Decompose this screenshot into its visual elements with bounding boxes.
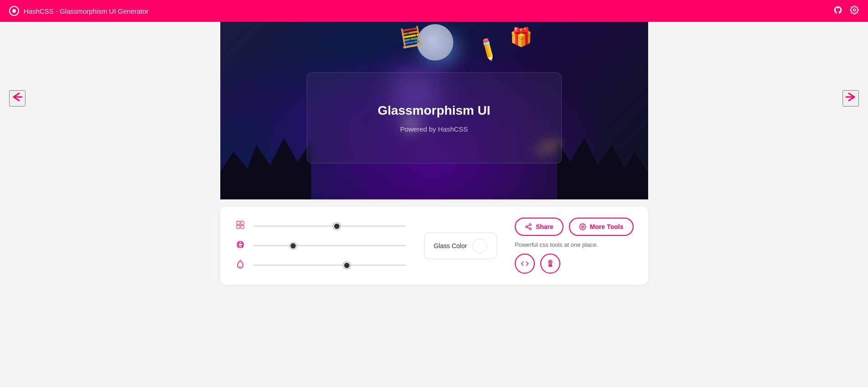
transparency-icon <box>235 240 246 251</box>
svg-point-15 <box>529 228 531 230</box>
svg-rect-4 <box>241 221 244 224</box>
share-button[interactable]: Share <box>515 218 563 236</box>
pencil-decoration: ✏️ <box>474 36 502 63</box>
ai-icon <box>546 260 554 268</box>
svg-line-16 <box>528 227 530 229</box>
main-content: 🧮 ✏️ 🎁 Glassmorphism UI Powered by HashC… <box>0 0 868 285</box>
transparency-slider-row <box>235 240 406 251</box>
color-section: Glass Color <box>424 233 497 259</box>
header-left: HashCSS - Glassmorphism UI Generator <box>9 6 148 16</box>
svg-rect-5 <box>237 225 240 229</box>
code-icon <box>521 260 529 268</box>
action-subtitle: Powerful css tools at one place. <box>515 241 598 248</box>
color-picker[interactable]: Glass Color <box>424 233 497 259</box>
action-buttons: Share More Tools <box>515 218 634 236</box>
more-tools-icon <box>579 223 586 230</box>
trees-left <box>220 131 311 199</box>
svg-point-18 <box>582 226 584 228</box>
opacity-slider[interactable] <box>253 265 406 266</box>
trees-right <box>557 131 648 199</box>
tool-icons <box>515 254 560 274</box>
svg-line-17 <box>528 225 530 226</box>
opacity-slider-row <box>235 260 406 271</box>
svg-rect-3 <box>237 221 240 224</box>
controls-panel: Glass Color Share <box>220 207 648 285</box>
calculator-decoration: 🧮 <box>398 25 424 50</box>
more-tools-button[interactable]: More Tools <box>569 218 634 236</box>
svg-rect-6 <box>241 225 244 229</box>
svg-point-0 <box>853 9 856 11</box>
blur-slider-row <box>235 220 406 232</box>
settings-icon[interactable] <box>850 5 859 17</box>
glass-card-title: Glassmorphism UI <box>378 103 490 118</box>
more-tools-label: More Tools <box>590 223 624 230</box>
svg-point-14 <box>526 226 528 228</box>
share-icon <box>525 223 532 230</box>
transparency-slider[interactable] <box>253 245 406 246</box>
header-right <box>833 5 859 17</box>
preview-background: 🧮 ✏️ 🎁 Glassmorphism UI Powered by HashC… <box>220 22 648 199</box>
github-icon[interactable] <box>833 5 843 17</box>
gift-decoration: 🎁 <box>510 26 533 48</box>
share-label: Share <box>536 223 553 230</box>
logo-inner <box>12 9 16 13</box>
ai-tool-button[interactable] <box>540 254 560 274</box>
header-title: HashCSS - Glassmorphism UI Generator <box>24 7 148 15</box>
blur-slider[interactable] <box>253 225 406 227</box>
header: HashCSS - Glassmorphism UI Generator <box>0 0 868 22</box>
color-label: Glass Color <box>434 242 467 250</box>
nav-arrow-right[interactable] <box>843 90 859 107</box>
color-swatch <box>472 239 487 253</box>
opacity-icon <box>235 260 246 271</box>
preview-wrapper: 🧮 ✏️ 🎁 Glassmorphism UI Powered by HashC… <box>0 22 868 199</box>
glass-card: Glassmorphism UI Powered by HashCSS <box>307 72 562 163</box>
svg-point-19 <box>549 261 551 263</box>
glass-card-subtitle: Powered by HashCSS <box>400 125 468 133</box>
sliders-section <box>235 220 406 271</box>
svg-point-13 <box>529 224 531 225</box>
code-tool-button[interactable] <box>515 254 535 274</box>
action-section: Share More Tools Powerful css tools at o… <box>515 218 634 274</box>
nav-arrow-left[interactable] <box>9 90 25 107</box>
logo-icon <box>9 6 19 16</box>
blur-icon <box>235 220 246 232</box>
